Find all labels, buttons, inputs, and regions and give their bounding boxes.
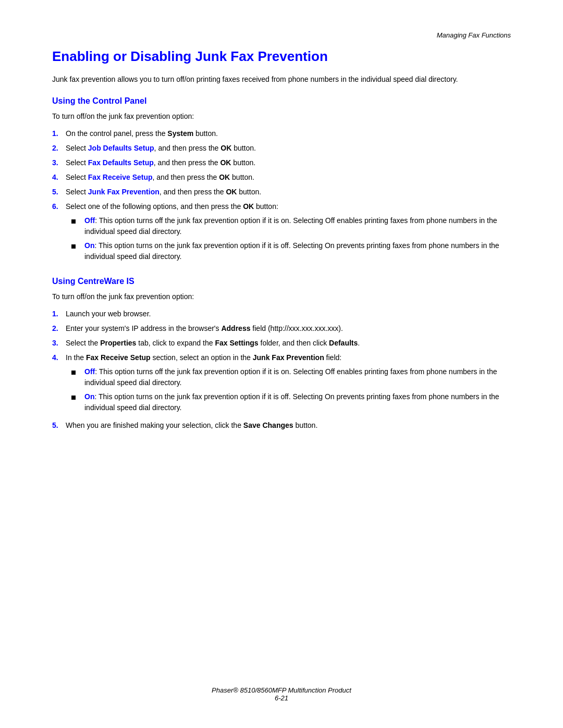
svg-rect-1: [71, 244, 76, 249]
section2-intro: To turn off/on the junk fax prevention o…: [52, 291, 511, 302]
s2-step-4-junk: Junk Fax Prevention: [253, 353, 324, 362]
s2-sub-item-on: On: This option turns on the junk fax pr…: [71, 391, 511, 413]
s2-sub-item-on-content: On: This option turns on the junk fax pr…: [84, 391, 511, 413]
footer-line2: 6-21: [0, 694, 563, 702]
svg-rect-2: [71, 371, 76, 375]
step-6: 6. Select one of the following options, …: [52, 201, 511, 265]
s2-step-3-fax: Fax Settings: [215, 339, 258, 347]
step-6-num: 6.: [52, 201, 66, 212]
section-centreware: Using CentreWare IS To turn off/on the j…: [52, 277, 511, 431]
s2-step-5-save: Save Changes: [243, 421, 293, 429]
section-control-panel: Using the Control Panel To turn off/on t…: [52, 96, 511, 265]
step-4-num: 4.: [52, 172, 66, 183]
step-5-content: Select Junk Fax Prevention, and then pre…: [66, 187, 511, 198]
step-4-ok: OK: [219, 173, 230, 181]
svg-rect-3: [71, 396, 76, 400]
s2-sub-item-off: Off: This option turns off the junk fax …: [71, 366, 511, 388]
svg-rect-0: [71, 219, 76, 224]
step-4-content: Select Fax Receive Setup, and then press…: [66, 172, 511, 183]
step-4-bold1: Fax Receive Setup: [88, 173, 153, 181]
step-5-num: 5.: [52, 187, 66, 198]
step-2-num: 2.: [52, 143, 66, 154]
step-3-num: 3.: [52, 157, 66, 168]
step-2: 2. Select Job Defaults Setup, and then p…: [52, 143, 511, 154]
page-title: Enabling or Disabling Junk Fax Preventio…: [52, 48, 511, 65]
step-1: 1. On the control panel, press the Syste…: [52, 128, 511, 139]
step-2-content: Select Job Defaults Setup, and then pres…: [66, 143, 511, 154]
step-2-bold1: Job Defaults Setup: [88, 144, 154, 152]
on-label-1: On: [84, 241, 94, 250]
step-1-num: 1.: [52, 128, 66, 139]
s2-step-3: 3. Select the Properties tab, click to e…: [52, 338, 511, 349]
header-right: Managing Fax Functions: [52, 31, 511, 39]
s2-on-label: On: [84, 392, 94, 401]
intro-paragraph: Junk fax prevention allows you to turn o…: [52, 74, 511, 85]
step-5: 5. Select Junk Fax Prevention, and then …: [52, 187, 511, 198]
sub-item-on-1: On: This option turns on the junk fax pr…: [71, 240, 511, 262]
s2-step-3-def: Defaults: [329, 339, 358, 347]
bullet-icon-1: [71, 216, 81, 227]
step-1-bold: System: [167, 129, 193, 138]
step-5-ok: OK: [226, 188, 237, 196]
step-1-content: On the control panel, press the System b…: [66, 128, 511, 139]
s2-step-4-recv: Fax Receive Setup: [86, 353, 151, 362]
s2-bullet-icon-2: [71, 392, 81, 403]
off-label-1: Off: [84, 216, 95, 225]
s2-step-2-content: Enter your system's IP address in the br…: [66, 323, 511, 334]
header-text: Managing Fax Functions: [437, 31, 511, 39]
s2-step-5-content: When you are finished making your select…: [66, 420, 511, 431]
page-container: Managing Fax Functions Enabling or Disab…: [0, 0, 563, 728]
s2-step-2-bold: Address: [221, 324, 250, 332]
s2-step-5: 5. When you are finished making your sel…: [52, 420, 511, 431]
s2-step-4: 4. In the Fax Receive Setup section, sel…: [52, 352, 511, 416]
section1-heading: Using the Control Panel: [52, 96, 511, 106]
step-3-bold1: Fax Defaults Setup: [88, 158, 154, 167]
s2-step-1-content: Launch your web browser.: [66, 309, 511, 319]
s2-step-5-num: 5.: [52, 420, 66, 431]
step-6-ok: OK: [243, 202, 254, 211]
s2-step-1-num: 1.: [52, 309, 66, 319]
step-3: 3. Select Fax Defaults Setup, and then p…: [52, 157, 511, 168]
step-3-ok: OK: [220, 158, 231, 167]
sub-item-off-1-content: Off: This option turns off the junk fax …: [84, 215, 511, 237]
step-2-ok: OK: [221, 144, 231, 152]
footer-line1: Phaser® 8510/8560MFP Multifunction Produ…: [0, 686, 563, 694]
section2-subitems: Off: This option turns off the junk fax …: [71, 366, 511, 413]
section1-steps: 1. On the control panel, press the Syste…: [52, 128, 511, 265]
s2-step-4-content: In the Fax Receive Setup section, select…: [66, 352, 511, 416]
s2-step-4-num: 4.: [52, 352, 66, 363]
s2-step-2: 2. Enter your system's IP address in the…: [52, 323, 511, 334]
s2-sub-item-off-content: Off: This option turns off the junk fax …: [84, 366, 511, 388]
section1-subitems: Off: This option turns off the junk fax …: [71, 215, 511, 262]
s2-step-3-num: 3.: [52, 338, 66, 349]
bullet-icon-2: [71, 241, 81, 252]
s2-step-3-prop: Properties: [100, 339, 136, 347]
section2-steps: 1. Launch your web browser. 2. Enter you…: [52, 309, 511, 431]
step-4: 4. Select Fax Receive Setup, and then pr…: [52, 172, 511, 183]
s2-step-1: 1. Launch your web browser.: [52, 309, 511, 319]
footer: Phaser® 8510/8560MFP Multifunction Produ…: [0, 686, 563, 702]
sub-item-on-1-content: On: This option turns on the junk fax pr…: [84, 240, 511, 262]
section1-intro: To turn off/on the junk fax prevention o…: [52, 111, 511, 122]
step-3-content: Select Fax Defaults Setup, and then pres…: [66, 157, 511, 168]
section2-heading: Using CentreWare IS: [52, 277, 511, 286]
step-5-bold1: Junk Fax Prevention: [88, 188, 160, 196]
s2-step-2-num: 2.: [52, 323, 66, 334]
s2-off-label: Off: [84, 367, 95, 376]
sub-item-off-1: Off: This option turns off the junk fax …: [71, 215, 511, 237]
s2-bullet-icon-1: [71, 367, 81, 378]
s2-step-3-content: Select the Properties tab, click to expa…: [66, 338, 511, 349]
step-6-content: Select one of the following options, and…: [66, 201, 511, 265]
